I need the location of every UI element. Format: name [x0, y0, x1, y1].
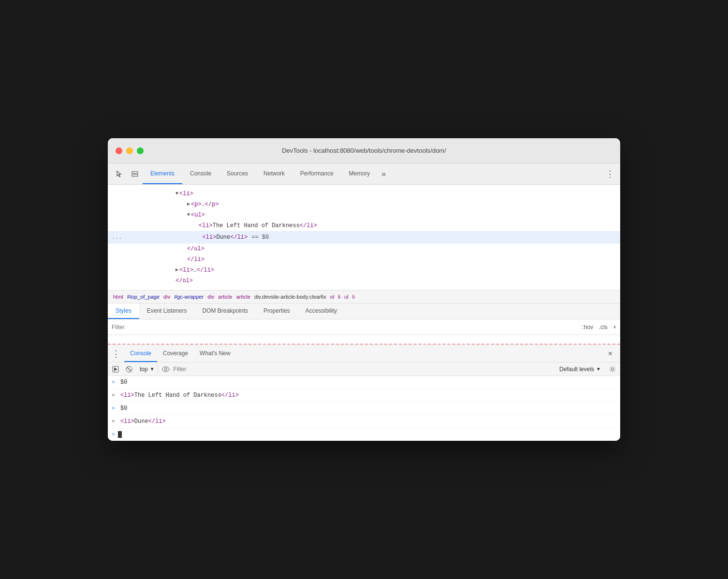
tab-accessibility[interactable]: Accessibility	[298, 304, 345, 319]
breadcrumb-html[interactable]: html	[112, 293, 125, 300]
console-filter-input[interactable]	[174, 366, 553, 373]
input-arrow-icon: >	[112, 378, 117, 387]
svg-point-6	[162, 367, 169, 372]
tab-performance[interactable]: Performance	[292, 163, 341, 184]
styles-filter-input[interactable]	[112, 324, 582, 331]
dom-line[interactable]: <li>The Left Hand of Darkness</li>	[108, 220, 620, 231]
context-dropdown-icon: ▼	[150, 366, 155, 372]
breadcrumb-gc-wrapper[interactable]: #gc-wrapper	[173, 293, 205, 300]
more-tabs-button[interactable]: »	[378, 163, 390, 184]
tab-dom-breakpoints[interactable]: DOM Breakpoints	[194, 304, 256, 319]
context-label: top	[140, 366, 148, 373]
breadcrumb-article2[interactable]: article	[235, 293, 252, 300]
console-drawer: ⋮ Console Coverage What's New × top	[108, 345, 620, 441]
devtools-tabs-list: Elements Console Sources Network Perform…	[143, 163, 600, 184]
hov-button[interactable]: :hov .cls +	[582, 324, 616, 331]
dom-line[interactable]: ▶ <p>…</p>	[108, 199, 620, 210]
breadcrumb-ul[interactable]: ul	[343, 293, 350, 300]
levels-arrow-icon: ▼	[596, 366, 601, 372]
layers-icon[interactable]	[127, 163, 143, 184]
console-output-text: <li>The Left Hand of Darkness</li>	[120, 391, 239, 400]
live-expressions-button[interactable]	[160, 363, 172, 375]
console-drawer-tabs: ⋮ Console Coverage What's New ×	[108, 345, 620, 362]
output-arrow-icon: <	[112, 391, 117, 400]
styles-filter-bar: :hov .cls +	[108, 319, 620, 335]
breadcrumb-div2[interactable]: div	[206, 293, 216, 300]
title-bar: DevTools - localhost:8080/web/tools/chro…	[108, 138, 620, 163]
console-row: > $0	[108, 376, 620, 389]
levels-label: Default levels	[559, 366, 594, 373]
console-output-text: $0	[120, 378, 127, 387]
console-row: < <li>Dune</li>	[108, 415, 620, 428]
drawer-menu-button[interactable]: ⋮	[112, 348, 120, 359]
clear-console-button[interactable]	[123, 363, 135, 375]
execute-button[interactable]	[110, 363, 121, 375]
styles-panel: Styles Event Listeners DOM Breakpoints P…	[108, 304, 620, 345]
drawer-tab-console[interactable]: Console	[124, 345, 157, 362]
console-prompt: >	[112, 430, 115, 439]
drawer-tab-coverage[interactable]: Coverage	[157, 345, 194, 362]
svg-point-7	[164, 368, 167, 370]
devtools-tab-bar: Elements Console Sources Network Perform…	[108, 163, 620, 185]
dom-line[interactable]: </li>	[108, 254, 620, 265]
dom-line[interactable]: ▼ <li>	[108, 188, 620, 199]
tab-styles[interactable]: Styles	[108, 304, 139, 319]
tab-console[interactable]: Console	[182, 163, 219, 184]
input-arrow-icon: >	[112, 404, 117, 413]
breadcrumb-li1[interactable]: li	[336, 293, 342, 300]
svg-line-5	[127, 367, 131, 371]
console-output: > $0 < <li>The Left Hand of Darkness</li…	[108, 376, 620, 441]
tab-event-listeners[interactable]: Event Listeners	[139, 304, 195, 319]
styles-rule-area	[108, 335, 620, 345]
styles-tabs: Styles Event Listeners DOM Breakpoints P…	[108, 304, 620, 319]
tab-memory[interactable]: Memory	[341, 163, 378, 184]
svg-rect-1	[132, 174, 138, 176]
dom-panel: ▼ <li> ▶ <p>…</p> ▼ <ul> <li>The Left Ha…	[108, 185, 620, 290]
cursor-icon[interactable]	[112, 163, 127, 184]
console-toolbar: top ▼ Default levels ▼	[108, 362, 620, 376]
dom-line[interactable]: </ul>	[108, 244, 620, 254]
console-output-text: <li>Dune</li>	[120, 417, 166, 426]
breadcrumb-ol[interactable]: ol	[329, 293, 336, 300]
drawer-tab-whats-new[interactable]: What's New	[194, 345, 236, 362]
devtools-window: DevTools - localhost:8080/web/tools/chro…	[108, 138, 620, 441]
console-input-row[interactable]: >	[108, 428, 620, 441]
output-arrow-icon: <	[112, 417, 117, 426]
maximize-button[interactable]	[137, 147, 144, 154]
tab-network[interactable]: Network	[256, 163, 292, 184]
breadcrumb-article1[interactable]: article	[217, 293, 233, 300]
console-row: < <li>The Left Hand of Darkness</li>	[108, 389, 620, 402]
console-row: > $0	[108, 402, 620, 415]
console-cursor	[118, 431, 122, 438]
window-title: DevTools - localhost:8080/web/tools/chro…	[282, 147, 446, 154]
breadcrumb-bar: html #top_of_page div #gc-wrapper div ar…	[108, 290, 620, 304]
console-settings-button[interactable]	[607, 363, 618, 375]
svg-point-8	[612, 368, 614, 370]
dom-line-selected[interactable]: ... <li>Dune</li> == $0	[108, 231, 620, 244]
dom-line[interactable]: </ol>	[108, 275, 620, 286]
context-selector[interactable]: top ▼	[137, 362, 158, 376]
close-button[interactable]	[116, 147, 122, 154]
breadcrumb-div1[interactable]: div	[162, 293, 172, 300]
breadcrumb-div-class[interactable]: div.devsite-article-body.clearfix	[253, 293, 328, 300]
tab-elements[interactable]: Elements	[143, 163, 182, 184]
console-levels-button[interactable]: Default levels ▼	[555, 366, 605, 373]
svg-marker-3	[114, 367, 117, 371]
tab-properties[interactable]: Properties	[256, 304, 298, 319]
console-output-text: $0	[120, 404, 127, 413]
dom-line[interactable]: ▶ <li>…</li>	[108, 265, 620, 275]
dom-line[interactable]: ▼ <ul>	[108, 210, 620, 220]
breadcrumb-li2[interactable]: li	[351, 293, 356, 300]
svg-rect-0	[132, 172, 138, 174]
breadcrumb-top-of-page[interactable]: #top_of_page	[126, 293, 161, 300]
traffic-lights	[116, 147, 144, 154]
drawer-close-button[interactable]: ×	[604, 349, 616, 358]
devtools-menu-button[interactable]: ⋮	[600, 163, 620, 184]
minimize-button[interactable]	[126, 147, 133, 154]
tab-sources[interactable]: Sources	[219, 163, 256, 184]
